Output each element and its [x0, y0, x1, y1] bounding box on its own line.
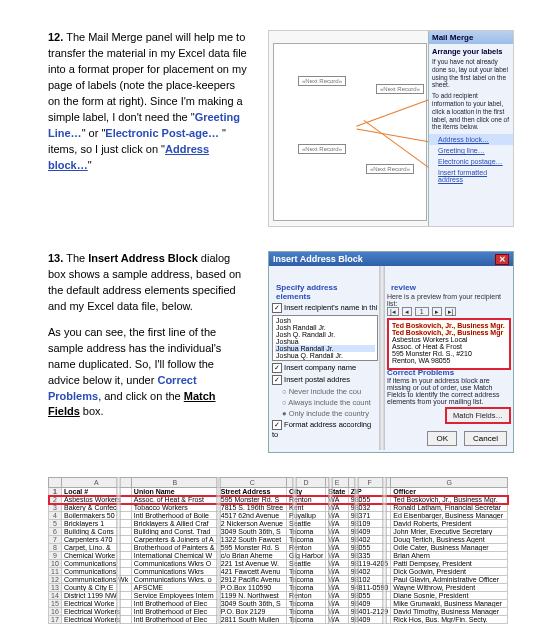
placeholder: «Next Record» — [298, 144, 346, 154]
insert-address-block-dialog: Insert Address Block ✕ Specify address e… — [268, 251, 514, 453]
panel-text: To add recipient information to your lab… — [429, 92, 513, 134]
excel-screenshot: ABCDEFG 1Local #Union NameStreet Address… — [48, 477, 514, 624]
preview-header: review — [387, 280, 511, 293]
close-icon[interactable]: ✕ — [495, 254, 509, 265]
checkbox[interactable]: ✓ — [272, 420, 282, 430]
section-12-screenshot: «Next Record» «Next Record» «Next Record… — [268, 30, 514, 227]
torn-paper-icon — [354, 477, 359, 624]
match-fields-button[interactable]: Match Fields… — [445, 407, 511, 424]
torn-paper-icon — [116, 477, 121, 624]
section-12: 12. The Mail Merge panel will help me to… — [48, 30, 514, 227]
checkbox[interactable]: ✓ — [272, 303, 282, 313]
panel-text: If you have not already done so, lay out… — [429, 58, 513, 92]
torn-paper-icon — [379, 266, 385, 450]
name-format-list[interactable]: Josh Josh Randall Jr. Josh Q. Randall Jr… — [272, 315, 378, 361]
greeting-line-link[interactable]: Greeting line… — [429, 145, 513, 156]
nav-next-button[interactable]: ▸ — [432, 307, 442, 316]
torn-paper-icon — [292, 477, 297, 624]
insert-address-block-term: Insert Address Block — [88, 252, 198, 264]
checkbox[interactable]: ✓ — [272, 363, 282, 373]
step-number: 13. — [48, 252, 63, 264]
label-document: «Next Record» «Next Record» «Next Record… — [273, 43, 427, 221]
insert-formatted-link[interactable]: Insert formatted address — [429, 167, 513, 185]
nav-index: 1 — [415, 307, 429, 316]
electronic-postage-link[interactable]: Electronic postage… — [429, 156, 513, 167]
mail-merge-panel: Mail Merge Arrange your labels If you ha… — [428, 31, 513, 226]
torn-paper-icon — [216, 477, 221, 624]
section-13: 13. The Insert Address Block dialog box … — [48, 251, 514, 453]
placeholder: «Next Record» — [366, 164, 414, 174]
step-number: 12. — [48, 31, 63, 43]
ok-button[interactable]: OK — [427, 431, 457, 446]
address-block-link[interactable]: Address block… — [429, 134, 513, 145]
address-preview: Ted Boskovich, Jr., Business Mgr. Ted Bo… — [387, 318, 511, 370]
torn-paper-icon — [382, 477, 387, 624]
nav-first-button[interactable]: |◂ — [387, 307, 399, 316]
correct-problems-section: Correct Problems If items in your addres… — [387, 368, 511, 424]
nav-prev-button[interactable]: ◂ — [402, 307, 412, 316]
panel-subheading: Arrange your labels — [429, 44, 513, 58]
section-12-text: 12. The Mail Merge panel will help me to… — [48, 30, 248, 173]
section-13-text: 13. The Insert Address Block dialog box … — [48, 251, 248, 420]
torn-paper-icon — [328, 477, 333, 624]
placeholder: «Next Record» — [298, 76, 346, 86]
cancel-button[interactable]: Cancel — [464, 431, 507, 446]
panel-title: Mail Merge — [429, 31, 513, 44]
specify-elements-header: Specify address elements — [272, 280, 378, 302]
checkbox[interactable]: ✓ — [272, 375, 282, 385]
electronic-postage-term: Electronic Post-age… — [105, 127, 219, 139]
placeholder: «Next Record» — [376, 84, 424, 94]
dialog-titlebar: Insert Address Block ✕ — [269, 252, 513, 266]
arrow-icon — [364, 120, 431, 169]
nav-last-button[interactable]: ▸| — [445, 307, 457, 316]
